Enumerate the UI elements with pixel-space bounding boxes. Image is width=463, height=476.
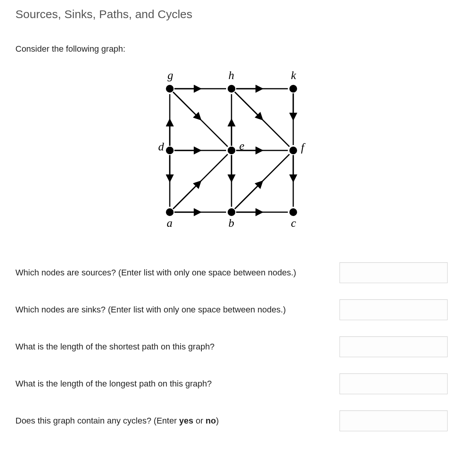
edge-arrow-b-f — [235, 182, 262, 209]
node-label-c: c — [291, 216, 296, 229]
node-label-h: h — [228, 69, 234, 81]
intro-text: Consider the following graph: — [15, 44, 448, 54]
question-row: Does this graph contain any cycles? (Ent… — [15, 410, 448, 431]
question-text: What is the length of the longest path o… — [15, 379, 328, 389]
node-label-b: b — [228, 216, 234, 229]
graph-figure: ghkdefabc — [15, 66, 448, 235]
question-row: Which nodes are sinks? (Enter list with … — [15, 299, 448, 320]
node-a — [166, 208, 174, 216]
q5-yes: yes — [179, 416, 193, 425]
sources-input[interactable] — [340, 262, 448, 283]
node-label-a: a — [167, 216, 172, 229]
edge-arrow-a-e — [173, 182, 200, 209]
node-b — [228, 208, 235, 216]
node-e — [228, 147, 235, 154]
page: Sources, Sinks, Paths, and Cycles Consid… — [0, 0, 463, 447]
node-k — [289, 85, 297, 93]
question-text: Which nodes are sources? (Enter list wit… — [15, 268, 328, 278]
node-g — [166, 85, 174, 93]
node-c — [289, 208, 297, 216]
shortest-path-input[interactable] — [340, 336, 448, 357]
cycles-input[interactable] — [340, 410, 448, 431]
question-row: Which nodes are sources? (Enter list wit… — [15, 262, 448, 283]
question-text: What is the length of the shortest path … — [15, 342, 328, 352]
questions-list: Which nodes are sources? (Enter list wit… — [15, 262, 448, 431]
edge-arrow-h-f — [235, 92, 262, 119]
longest-path-input[interactable] — [340, 373, 448, 394]
node-label-d: d — [158, 140, 164, 153]
node-label-g: g — [167, 69, 173, 81]
node-f — [289, 147, 297, 154]
edge-arrow-g-e — [173, 92, 200, 119]
q5-text-pre: Does this graph contain any cycles? (Ent… — [15, 416, 179, 425]
node-h — [228, 85, 235, 93]
q5-text-post: ) — [216, 416, 219, 425]
q5-text-mid: or — [193, 416, 206, 425]
question-text: Which nodes are sinks? (Enter list with … — [15, 305, 328, 315]
node-d — [166, 147, 174, 154]
q5-no: no — [206, 416, 216, 425]
question-row: What is the length of the longest path o… — [15, 373, 448, 394]
node-label-f: f — [301, 141, 306, 154]
graph-svg: ghkdefabc — [147, 66, 316, 235]
sinks-input[interactable] — [340, 299, 448, 320]
question-text: Does this graph contain any cycles? (Ent… — [15, 416, 328, 426]
question-row: What is the length of the shortest path … — [15, 336, 448, 357]
page-title: Sources, Sinks, Paths, and Cycles — [15, 8, 448, 21]
node-label-k: k — [291, 69, 296, 81]
node-label-e: e — [239, 139, 244, 152]
